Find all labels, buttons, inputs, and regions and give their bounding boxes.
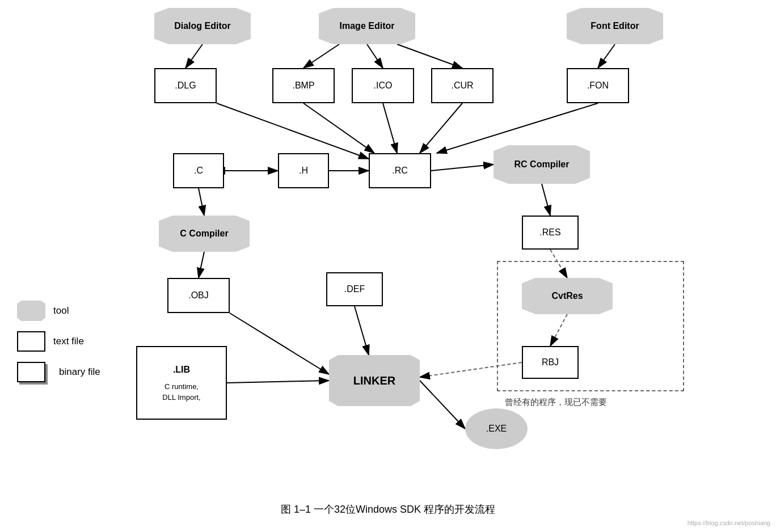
svg-line-5 [367,44,383,68]
lib-node: .LIB C runtime, DLL Import, [136,346,227,420]
legend-item-binaryfile: binary file [17,362,100,382]
caption: 图 1–1 一个32位Windows SDK 程序的开发流程 [0,503,776,516]
legend-octagon-shape [17,301,45,321]
def-node: .DEF [326,272,383,306]
svg-line-6 [397,44,462,68]
exe-node: .EXE [465,408,528,449]
legend-rect-plain-shape [17,331,45,352]
cur-node: .CUR [431,68,494,103]
image-editor-label: Image Editor [340,21,395,31]
svg-line-21 [355,306,369,355]
legend: tool text file binary file [17,301,100,392]
h-file-node: .H [278,153,329,188]
svg-line-12 [217,103,369,159]
svg-line-17 [199,188,204,216]
rbj-node: RBJ [522,346,579,379]
dlg-node: .DLG [154,68,217,103]
dialog-editor-label: Dialog Editor [174,21,231,31]
obj-node: .OBJ [167,278,230,313]
fon-node: .FON [567,68,629,103]
svg-line-3 [185,44,203,68]
svg-line-10 [420,103,462,153]
svg-line-18 [199,252,204,278]
watermark: https://blog.csdn.net/poshiang [688,520,770,526]
font-editor-node: Font Editor [567,8,663,44]
rc-file-node: .RC [369,153,431,188]
ico-node: .ICO [352,68,414,103]
font-editor-label: Font Editor [591,21,639,31]
rc-compiler-node: RC Compiler [494,145,590,184]
linker-node: LINKER [329,355,420,406]
diagram-container: Dialog Editor Image Editor Font Editor .… [0,0,776,532]
svg-line-9 [383,103,397,153]
res-node: .RES [522,216,579,250]
svg-line-19 [230,313,329,374]
dialog-editor-node: Dialog Editor [154,8,251,44]
legend-rect-shadow-shape [17,362,45,382]
bmp-node: .BMP [272,68,335,103]
svg-line-8 [303,103,374,153]
svg-line-15 [431,164,494,171]
svg-line-7 [598,44,615,68]
cvtres-node: CvtRes [522,278,613,314]
svg-line-16 [542,184,550,216]
legend-binaryfile-label: binary file [59,366,100,378]
legend-tool-label: tool [53,305,69,316]
legend-textfile-label: text file [53,336,84,347]
svg-line-20 [227,381,329,383]
legend-item-tool: tool [17,301,100,321]
image-editor-node: Image Editor [319,8,415,44]
c-compiler-node: C Compiler [159,216,250,252]
legend-item-textfile: text file [17,331,100,352]
c-file-node: .C [173,153,224,188]
dotted-label: 曾经有的程序，现已不需要 [505,397,607,408]
svg-line-4 [303,44,339,68]
svg-line-25 [420,381,465,429]
